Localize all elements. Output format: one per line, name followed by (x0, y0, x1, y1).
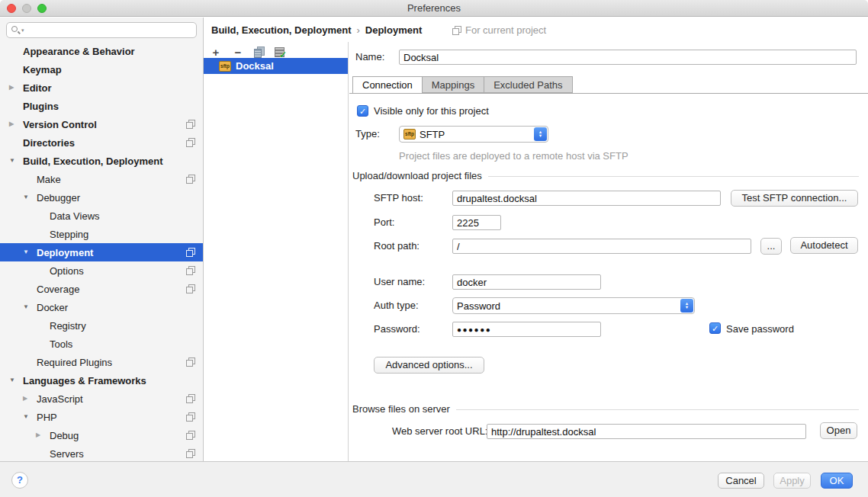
save-password-checkbox[interactable] (709, 322, 721, 334)
sidebar-item-directories[interactable]: Directories (0, 133, 203, 152)
project-config-icon (186, 431, 195, 440)
ok-button[interactable]: OK (821, 473, 853, 489)
expand-arrow-icon[interactable]: ▶ (9, 120, 14, 127)
sidebar-item-label: Debug (50, 430, 79, 441)
visible-only-checkbox[interactable] (357, 105, 368, 117)
root-path-input[interactable] (452, 239, 751, 254)
apply-button[interactable]: Apply (773, 473, 811, 489)
sidebar-item-label: Make (37, 174, 61, 185)
collapse-arrow-icon[interactable]: ▼ (9, 157, 15, 164)
sidebar-item-servers[interactable]: Servers (0, 444, 203, 463)
type-dropdown[interactable]: SFTP ▲▼ (399, 126, 548, 143)
expand-arrow-icon[interactable]: ▶ (9, 84, 14, 91)
browse-section-header: Browse files on server (352, 402, 859, 415)
sidebar-item-editor[interactable]: ▶Editor (0, 79, 203, 97)
collapse-arrow-icon[interactable]: ▼ (23, 303, 29, 310)
sidebar-item-label: Languages & Frameworks (23, 375, 146, 386)
user-name-input[interactable] (452, 274, 601, 290)
add-server-button[interactable]: + (210, 46, 222, 58)
sidebar-item-javascript[interactable]: ▶JavaScript (0, 390, 203, 408)
web-root-input[interactable] (487, 424, 806, 439)
search-icon[interactable] (11, 25, 21, 35)
zoom-button[interactable] (37, 4, 47, 13)
expand-arrow-icon[interactable]: ▶ (23, 395, 27, 402)
collapse-arrow-icon[interactable]: ▼ (23, 413, 29, 420)
tab-connection[interactable]: Connection (352, 76, 423, 94)
sidebar-item-plugins[interactable]: Plugins (0, 97, 203, 115)
dialog-footer: ? Cancel Apply OK (0, 461, 868, 497)
dropdown-stepper-icon: ▲▼ (680, 299, 693, 313)
search-options-caret-icon[interactable]: ▾ (21, 27, 24, 34)
sidebar-item-version-control[interactable]: ▶Version Control (0, 115, 203, 133)
settings-search[interactable]: ▾ (6, 22, 197, 38)
minimize-button[interactable] (22, 4, 31, 13)
sidebar-item-coverage[interactable]: Coverage (0, 280, 203, 298)
test-sftp-connection-button[interactable]: Test SFTP connection... (731, 190, 858, 207)
sidebar-item-data-views[interactable]: Data Views (0, 207, 203, 225)
open-button[interactable]: Open (820, 422, 857, 439)
sidebar-item-options[interactable]: Options (0, 261, 203, 280)
sidebar-item-languages-frameworks[interactable]: ▼Languages & Frameworks (0, 371, 203, 390)
user-name-label: User name: (374, 274, 425, 290)
project-config-icon (186, 394, 195, 403)
sidebar-item-php[interactable]: ▼PHP (0, 408, 203, 426)
auth-type-label: Auth type: (374, 298, 419, 313)
password-input[interactable] (452, 322, 601, 337)
collapse-arrow-icon[interactable]: ▼ (23, 194, 29, 200)
sidebar-item-stepping[interactable]: Stepping (0, 225, 203, 243)
tab-mappings[interactable]: Mappings (423, 76, 484, 93)
advanced-options-button[interactable]: Advanced options... (374, 357, 484, 374)
use-as-default-button[interactable] (275, 47, 285, 57)
sidebar-item-debug[interactable]: ▶Debug (0, 426, 203, 444)
collapse-arrow-icon[interactable]: ▼ (9, 377, 15, 383)
server-list-item-docksal[interactable]: Docksal (204, 58, 348, 74)
collapse-arrow-icon[interactable]: ▼ (23, 248, 29, 255)
sidebar-item-label: Docker (37, 302, 68, 313)
sidebar-item-label: Editor (23, 82, 52, 94)
save-password-label: Save password (726, 322, 794, 337)
browse-root-path-button[interactable]: ... (760, 238, 782, 255)
tab-bar: ConnectionMappingsExcluded Paths (352, 76, 573, 94)
breadcrumb-item-build-execution-deployment[interactable]: Build, Execution, Deployment (211, 24, 351, 36)
autodetect-button[interactable]: Autodetect (790, 237, 858, 254)
sidebar-item-label: Coverage (37, 284, 79, 295)
server-list-toolbar: + − (210, 44, 285, 59)
name-input[interactable] (399, 50, 857, 65)
close-button[interactable] (7, 4, 16, 13)
visible-only-label: Visible only for this project (374, 104, 489, 119)
deployment-form: Name: ConnectionMappingsExcluded Paths V… (349, 18, 868, 461)
sidebar-item-build-execution-deployment[interactable]: ▼Build, Execution, Deployment (0, 152, 203, 170)
sidebar-item-registry[interactable]: Registry (0, 316, 203, 335)
web-root-label: Web server root URL: (392, 424, 487, 439)
project-config-icon (186, 138, 195, 147)
auth-type-dropdown[interactable]: Password ▲▼ (452, 297, 695, 314)
content-area: Build, Execution, Deployment›Deployment … (204, 18, 868, 461)
sftp-host-input[interactable] (452, 191, 721, 206)
project-config-icon (186, 248, 195, 257)
search-input[interactable] (27, 24, 192, 36)
expand-arrow-icon[interactable]: ▶ (36, 431, 40, 438)
sidebar-item-make[interactable]: Make (0, 170, 203, 188)
settings-tree: Appearance & BehaviorKeymap▶EditorPlugin… (0, 42, 203, 463)
sidebar-item-label: Options (50, 265, 84, 277)
remove-server-button[interactable]: − (232, 46, 244, 58)
dropdown-stepper-icon: ▲▼ (534, 127, 547, 141)
copy-server-button[interactable] (254, 46, 265, 58)
sidebar-item-tools[interactable]: Tools (0, 335, 203, 353)
sidebar-item-docker[interactable]: ▼Docker (0, 298, 203, 316)
help-button[interactable]: ? (11, 472, 28, 489)
port-input[interactable] (452, 215, 501, 230)
sidebar-item-label: Required Plugins (37, 357, 112, 368)
upload-section-label: Upload/download project files (352, 170, 482, 181)
title-bar: Preferences (0, 0, 868, 17)
sidebar-item-debugger[interactable]: ▼Debugger (0, 188, 203, 207)
sidebar-item-required-plugins[interactable]: Required Plugins (0, 353, 203, 371)
sidebar-item-appearance-behavior[interactable]: Appearance & Behavior (0, 42, 203, 60)
sidebar-item-label: PHP (37, 412, 57, 423)
sidebar-item-deployment[interactable]: ▼Deployment (0, 243, 203, 261)
server-list-panel: + − Docksal (204, 42, 349, 461)
sidebar-item-keymap[interactable]: Keymap (0, 60, 203, 79)
cancel-button[interactable]: Cancel (718, 473, 764, 489)
sftp-icon (219, 61, 231, 72)
tab-excluded-paths[interactable]: Excluded Paths (484, 76, 572, 93)
